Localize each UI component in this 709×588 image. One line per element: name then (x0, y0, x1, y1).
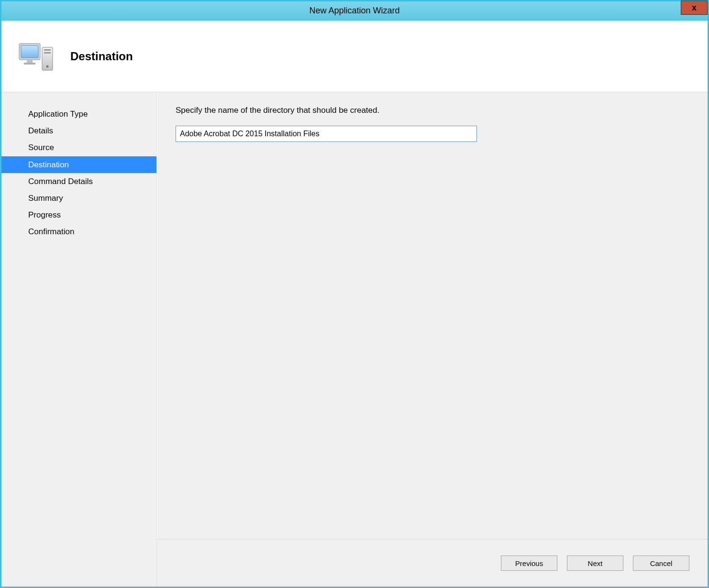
wizard-main: Specify the name of the directory that s… (157, 92, 708, 539)
computer-icon (18, 38, 56, 75)
directory-name-input[interactable] (176, 126, 477, 142)
close-button[interactable]: x (681, 0, 708, 15)
sidebar-item-confirmation[interactable]: Confirmation (1, 223, 156, 240)
instruction-text: Specify the name of the directory that s… (176, 106, 689, 115)
wizard-header: Destination (1, 21, 708, 92)
sidebar-item-progress[interactable]: Progress (1, 207, 156, 223)
sidebar-item-details[interactable]: Details (1, 122, 156, 139)
svg-rect-2 (27, 60, 33, 63)
sidebar-item-command-details[interactable]: Command Details (1, 173, 156, 190)
window-title: New Application Wizard (1, 6, 708, 16)
previous-button[interactable]: Previous (501, 555, 557, 571)
titlebar: New Application Wizard x (1, 1, 708, 21)
sidebar-item-summary[interactable]: Summary (1, 190, 156, 207)
svg-rect-5 (44, 49, 51, 51)
svg-rect-3 (24, 63, 35, 65)
page-title: Destination (70, 50, 133, 63)
sidebar-item-destination[interactable]: Destination (1, 156, 156, 173)
cancel-button[interactable]: Cancel (633, 555, 689, 571)
svg-rect-6 (44, 52, 51, 54)
svg-point-7 (46, 65, 49, 67)
wizard-sidebar: Application Type Details Source Destinat… (1, 92, 157, 587)
svg-rect-1 (21, 45, 38, 58)
wizard-window: New Application Wizard x (0, 0, 709, 588)
sidebar-item-source[interactable]: Source (1, 139, 156, 156)
next-button[interactable]: Next (567, 555, 623, 571)
wizard-body: Application Type Details Source Destinat… (1, 92, 708, 587)
wizard-footer: Previous Next Cancel (157, 539, 708, 587)
sidebar-item-application-type[interactable]: Application Type (1, 106, 156, 122)
